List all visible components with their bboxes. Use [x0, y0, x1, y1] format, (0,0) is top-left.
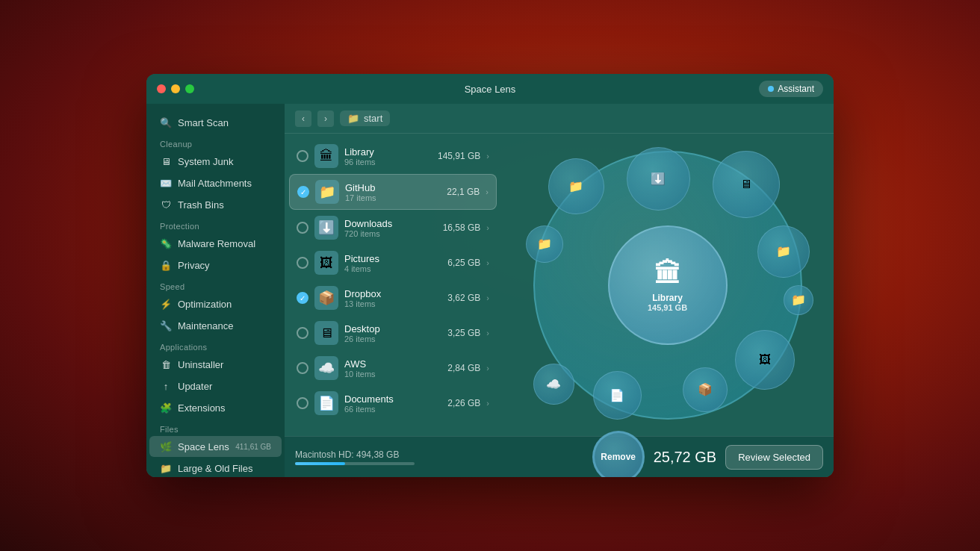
content-area: 🏛 Library 96 items 145,91 GB › 📁 G: [285, 134, 834, 436]
file-item-pictures[interactable]: 🖼 Pictures 4 items 6,25 GB ›: [289, 246, 497, 280]
library-bubble: 🏛 Library 145,91 GB: [608, 225, 728, 345]
nav-location: 📁 start: [340, 110, 390, 126]
extensions-icon: 🧩: [160, 402, 172, 414]
checkbox-dropbox[interactable]: [297, 292, 308, 304]
file-item-dropbox[interactable]: 📦 Dropbox 13 items 3,62 GB ›: [289, 281, 497, 315]
file-item-downloads[interactable]: ⬇️ Downloads 720 items 16,58 GB ›: [289, 211, 497, 245]
checkbox-documents[interactable]: [297, 397, 308, 409]
folder-icon-dropbox: 📦: [314, 286, 338, 310]
checkbox-aws[interactable]: [297, 362, 308, 374]
file-name-github: GitHub: [345, 182, 441, 193]
checkbox-desktop[interactable]: [297, 327, 308, 339]
updater-label: Updater: [178, 381, 212, 392]
folder-icon-desktop: 🖥: [314, 321, 338, 345]
malware-icon: 🦠: [160, 237, 172, 249]
file-name-pictures: Pictures: [344, 253, 441, 264]
sidebar-item-extensions[interactable]: 🧩 Extensions: [149, 397, 282, 418]
file-size-aws: 2,84 GB: [447, 363, 480, 373]
chevron-aws: ›: [486, 364, 489, 373]
space-lens-badge: 411,61 GB: [235, 443, 271, 451]
title-bar: Space Lens Assistant: [146, 74, 834, 104]
sidebar-item-system-junk[interactable]: 🖥 System Junk: [149, 151, 282, 172]
file-count-documents: 66 items: [344, 405, 441, 414]
file-name-dropbox: Dropbox: [344, 288, 441, 299]
sidebar-item-privacy[interactable]: 🔒 Privacy: [149, 255, 282, 276]
folder-icon-documents: 📄: [314, 391, 338, 415]
sidebar-item-large-old-files[interactable]: 📁 Large & Old Files: [149, 458, 282, 477]
section-cleanup: Cleanup: [146, 134, 285, 150]
file-item-library[interactable]: 🏛 Library 96 items 145,91 GB ›: [289, 139, 497, 173]
sidebar-item-space-lens[interactable]: 🌿 Space Lens 411,61 GB: [149, 436, 282, 457]
size-display: 25,72 GB: [654, 449, 717, 466]
main-content: ‹ › 📁 start 🏛 Library 96 items: [285, 104, 834, 477]
review-selected-button[interactable]: Review Selected: [725, 445, 823, 470]
window-title: Space Lens: [465, 84, 516, 95]
file-item-desktop[interactable]: 🖥 Desktop 26 items 3,25 GB ›: [289, 316, 497, 350]
file-list: 🏛 Library 96 items 145,91 GB › 📁 G: [285, 134, 501, 436]
bubble-2: ⬇️: [627, 147, 690, 211]
sidebar-item-malware-removal[interactable]: 🦠 Malware Removal: [149, 233, 282, 254]
disk-label: Macintosh HD: 494,38 GB: [295, 449, 583, 460]
sidebar-item-smart-scan[interactable]: 🔍 Smart Scan: [149, 112, 282, 133]
remove-button[interactable]: Remove: [592, 431, 645, 477]
file-name-aws: AWS: [344, 358, 441, 370]
checkbox-github[interactable]: [297, 186, 309, 198]
checkbox-downloads[interactable]: [297, 222, 308, 234]
optimization-icon: ⚡: [160, 298, 172, 310]
folder-icon-library: 🏛: [314, 144, 338, 168]
sidebar-item-mail-attachments[interactable]: ✉️ Mail Attachments: [149, 172, 282, 193]
file-name-desktop: Desktop: [344, 323, 441, 334]
close-button[interactable]: [157, 84, 166, 93]
sidebar-item-trash-bins[interactable]: 🛡 Trash Bins: [149, 194, 282, 215]
folder-icon: 📁: [347, 113, 359, 124]
file-size-dropbox: 3,62 GB: [447, 293, 480, 303]
file-info-desktop: Desktop 26 items: [344, 323, 441, 343]
forward-button[interactable]: ›: [317, 110, 334, 127]
sidebar-item-uninstaller[interactable]: 🗑 Uninstaller: [149, 354, 282, 375]
file-item-documents[interactable]: 📄 Documents 66 items 2,26 GB ›: [289, 386, 497, 420]
bottom-bar: Macintosh HD: 494,38 GB Remove 25,72 GB …: [285, 436, 834, 477]
viz-area: 📁 ⬇️ 🖥 📁 🖼 📦 📄 ☁️ 📁 📁 🏛 Libra: [501, 134, 834, 436]
chevron-downloads: ›: [486, 223, 489, 232]
file-count-github: 17 items: [345, 193, 441, 202]
file-name-library: Library: [344, 146, 432, 158]
disk-info: Macintosh HD: 494,38 GB: [295, 449, 583, 465]
bubble-6: 📦: [683, 367, 728, 412]
section-files: Files: [146, 419, 285, 435]
checkbox-library[interactable]: [297, 150, 308, 162]
bubble-5: 🖼: [735, 330, 795, 390]
folder-icon-pictures: 🖼: [314, 251, 338, 275]
file-item-aws[interactable]: ☁️ AWS 10 items 2,84 GB ›: [289, 351, 497, 385]
file-size-downloads: 16,58 GB: [443, 222, 481, 233]
sidebar-item-maintenance[interactable]: 🔧 Maintenance: [149, 315, 282, 336]
bubble-container: 📁 ⬇️ 🖥 📁 🖼 📦 📄 ☁️ 📁 📁 🏛 Libra: [518, 136, 817, 435]
bubble-10: 📁: [784, 285, 813, 315]
library-bubble-icon: 🏛: [654, 258, 681, 290]
file-count-downloads: 720 items: [344, 229, 437, 238]
file-size-github: 22,1 GB: [447, 187, 480, 197]
space-lens-icon: 🌿: [160, 441, 172, 452]
file-name-documents: Documents: [344, 393, 441, 405]
file-info-library: Library 96 items: [344, 146, 432, 166]
back-button[interactable]: ‹: [295, 110, 311, 127]
sidebar-item-optimization[interactable]: ⚡ Optimization: [149, 293, 282, 314]
checkbox-pictures[interactable]: [297, 257, 308, 269]
assistant-button[interactable]: Assistant: [759, 81, 823, 97]
file-info-dropbox: Dropbox 13 items: [344, 288, 441, 308]
bubble-4: 📁: [757, 225, 810, 278]
file-item-github[interactable]: 📁 GitHub 17 items 22,1 GB ›: [289, 174, 497, 210]
trash-bins-icon: 🛡: [160, 199, 172, 211]
extensions-label: Extensions: [178, 402, 226, 414]
optimization-label: Optimization: [178, 299, 232, 310]
minimize-button[interactable]: [171, 84, 180, 93]
assistant-dot-icon: [768, 86, 774, 92]
library-bubble-label: Library: [652, 293, 683, 303]
chevron-github: ›: [486, 187, 489, 196]
smart-scan-label: Smart Scan: [178, 117, 229, 128]
sidebar-item-updater[interactable]: ↑ Updater: [149, 376, 282, 396]
uninstaller-icon: 🗑: [160, 358, 172, 370]
file-name-downloads: Downloads: [344, 218, 437, 229]
maximize-button[interactable]: [185, 84, 194, 93]
location-label: start: [364, 113, 382, 124]
large-files-icon: 📁: [160, 462, 172, 474]
